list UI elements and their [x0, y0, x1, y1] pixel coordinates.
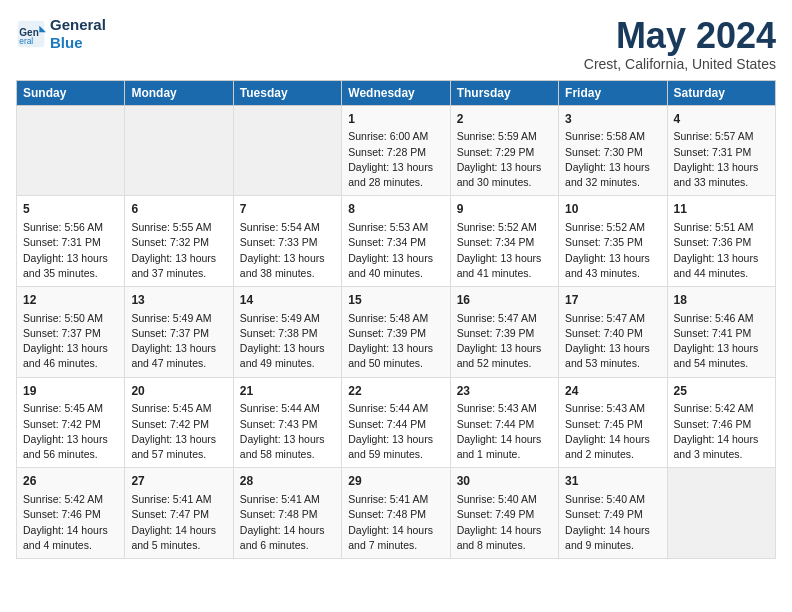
col-header-thursday: Thursday — [450, 80, 558, 105]
week-row-5: 26Sunrise: 5:42 AM Sunset: 7:46 PM Dayli… — [17, 468, 776, 559]
day-number: 11 — [674, 201, 769, 218]
day-info: Sunrise: 5:49 AM Sunset: 7:38 PM Dayligh… — [240, 311, 335, 372]
day-number: 24 — [565, 383, 660, 400]
day-number: 16 — [457, 292, 552, 309]
day-number: 9 — [457, 201, 552, 218]
day-info: Sunrise: 5:43 AM Sunset: 7:45 PM Dayligh… — [565, 401, 660, 462]
day-number: 7 — [240, 201, 335, 218]
day-info: Sunrise: 5:57 AM Sunset: 7:31 PM Dayligh… — [674, 129, 769, 190]
day-info: Sunrise: 5:40 AM Sunset: 7:49 PM Dayligh… — [565, 492, 660, 553]
day-number: 3 — [565, 111, 660, 128]
day-cell: 24Sunrise: 5:43 AM Sunset: 7:45 PM Dayli… — [559, 377, 667, 468]
day-number: 15 — [348, 292, 443, 309]
day-cell: 20Sunrise: 5:45 AM Sunset: 7:42 PM Dayli… — [125, 377, 233, 468]
day-cell: 19Sunrise: 5:45 AM Sunset: 7:42 PM Dayli… — [17, 377, 125, 468]
day-info: Sunrise: 5:41 AM Sunset: 7:48 PM Dayligh… — [348, 492, 443, 553]
day-info: Sunrise: 5:48 AM Sunset: 7:39 PM Dayligh… — [348, 311, 443, 372]
day-number: 6 — [131, 201, 226, 218]
day-number: 17 — [565, 292, 660, 309]
day-number: 29 — [348, 473, 443, 490]
day-info: Sunrise: 5:47 AM Sunset: 7:40 PM Dayligh… — [565, 311, 660, 372]
day-cell: 26Sunrise: 5:42 AM Sunset: 7:46 PM Dayli… — [17, 468, 125, 559]
day-cell: 4Sunrise: 5:57 AM Sunset: 7:31 PM Daylig… — [667, 105, 775, 196]
day-number: 21 — [240, 383, 335, 400]
logo: Gen eral General Blue — [16, 16, 106, 52]
day-cell: 13Sunrise: 5:49 AM Sunset: 7:37 PM Dayli… — [125, 286, 233, 377]
logo-icon: Gen eral — [16, 19, 46, 49]
day-info: Sunrise: 5:50 AM Sunset: 7:37 PM Dayligh… — [23, 311, 118, 372]
day-number: 26 — [23, 473, 118, 490]
day-info: Sunrise: 5:41 AM Sunset: 7:48 PM Dayligh… — [240, 492, 335, 553]
col-header-friday: Friday — [559, 80, 667, 105]
day-info: Sunrise: 5:45 AM Sunset: 7:42 PM Dayligh… — [23, 401, 118, 462]
svg-text:eral: eral — [19, 36, 33, 46]
day-number: 18 — [674, 292, 769, 309]
week-row-2: 5Sunrise: 5:56 AM Sunset: 7:31 PM Daylig… — [17, 196, 776, 287]
day-number: 5 — [23, 201, 118, 218]
day-cell: 18Sunrise: 5:46 AM Sunset: 7:41 PM Dayli… — [667, 286, 775, 377]
day-cell — [233, 105, 341, 196]
day-info: Sunrise: 5:42 AM Sunset: 7:46 PM Dayligh… — [23, 492, 118, 553]
day-number: 23 — [457, 383, 552, 400]
day-info: Sunrise: 5:44 AM Sunset: 7:43 PM Dayligh… — [240, 401, 335, 462]
day-cell: 28Sunrise: 5:41 AM Sunset: 7:48 PM Dayli… — [233, 468, 341, 559]
day-number: 1 — [348, 111, 443, 128]
day-number: 4 — [674, 111, 769, 128]
week-row-3: 12Sunrise: 5:50 AM Sunset: 7:37 PM Dayli… — [17, 286, 776, 377]
day-cell: 8Sunrise: 5:53 AM Sunset: 7:34 PM Daylig… — [342, 196, 450, 287]
day-cell: 3Sunrise: 5:58 AM Sunset: 7:30 PM Daylig… — [559, 105, 667, 196]
day-number: 31 — [565, 473, 660, 490]
day-number: 22 — [348, 383, 443, 400]
day-cell: 16Sunrise: 5:47 AM Sunset: 7:39 PM Dayli… — [450, 286, 558, 377]
day-info: Sunrise: 5:43 AM Sunset: 7:44 PM Dayligh… — [457, 401, 552, 462]
day-number: 27 — [131, 473, 226, 490]
col-header-saturday: Saturday — [667, 80, 775, 105]
calendar-title: May 2024 — [584, 16, 776, 56]
day-cell — [17, 105, 125, 196]
calendar-header-row: SundayMondayTuesdayWednesdayThursdayFrid… — [17, 80, 776, 105]
day-cell: 6Sunrise: 5:55 AM Sunset: 7:32 PM Daylig… — [125, 196, 233, 287]
col-header-sunday: Sunday — [17, 80, 125, 105]
day-cell: 22Sunrise: 5:44 AM Sunset: 7:44 PM Dayli… — [342, 377, 450, 468]
day-number: 14 — [240, 292, 335, 309]
day-info: Sunrise: 5:52 AM Sunset: 7:35 PM Dayligh… — [565, 220, 660, 281]
day-info: Sunrise: 5:47 AM Sunset: 7:39 PM Dayligh… — [457, 311, 552, 372]
logo-text-line2: Blue — [50, 34, 106, 52]
day-number: 28 — [240, 473, 335, 490]
day-cell: 29Sunrise: 5:41 AM Sunset: 7:48 PM Dayli… — [342, 468, 450, 559]
day-info: Sunrise: 6:00 AM Sunset: 7:28 PM Dayligh… — [348, 129, 443, 190]
day-cell: 30Sunrise: 5:40 AM Sunset: 7:49 PM Dayli… — [450, 468, 558, 559]
day-info: Sunrise: 5:54 AM Sunset: 7:33 PM Dayligh… — [240, 220, 335, 281]
day-info: Sunrise: 5:51 AM Sunset: 7:36 PM Dayligh… — [674, 220, 769, 281]
week-row-4: 19Sunrise: 5:45 AM Sunset: 7:42 PM Dayli… — [17, 377, 776, 468]
day-info: Sunrise: 5:40 AM Sunset: 7:49 PM Dayligh… — [457, 492, 552, 553]
day-number: 12 — [23, 292, 118, 309]
day-cell: 11Sunrise: 5:51 AM Sunset: 7:36 PM Dayli… — [667, 196, 775, 287]
day-info: Sunrise: 5:44 AM Sunset: 7:44 PM Dayligh… — [348, 401, 443, 462]
day-cell — [125, 105, 233, 196]
day-info: Sunrise: 5:41 AM Sunset: 7:47 PM Dayligh… — [131, 492, 226, 553]
day-info: Sunrise: 5:53 AM Sunset: 7:34 PM Dayligh… — [348, 220, 443, 281]
day-number: 8 — [348, 201, 443, 218]
day-info: Sunrise: 5:59 AM Sunset: 7:29 PM Dayligh… — [457, 129, 552, 190]
day-cell: 10Sunrise: 5:52 AM Sunset: 7:35 PM Dayli… — [559, 196, 667, 287]
day-info: Sunrise: 5:45 AM Sunset: 7:42 PM Dayligh… — [131, 401, 226, 462]
header: Gen eral General Blue May 2024 Crest, Ca… — [16, 16, 776, 72]
day-cell: 25Sunrise: 5:42 AM Sunset: 7:46 PM Dayli… — [667, 377, 775, 468]
day-cell: 5Sunrise: 5:56 AM Sunset: 7:31 PM Daylig… — [17, 196, 125, 287]
calendar-table: SundayMondayTuesdayWednesdayThursdayFrid… — [16, 80, 776, 559]
day-info: Sunrise: 5:55 AM Sunset: 7:32 PM Dayligh… — [131, 220, 226, 281]
location-subtitle: Crest, California, United States — [584, 56, 776, 72]
day-number: 25 — [674, 383, 769, 400]
day-info: Sunrise: 5:56 AM Sunset: 7:31 PM Dayligh… — [23, 220, 118, 281]
title-block: May 2024 Crest, California, United State… — [584, 16, 776, 72]
day-number: 19 — [23, 383, 118, 400]
day-cell: 9Sunrise: 5:52 AM Sunset: 7:34 PM Daylig… — [450, 196, 558, 287]
day-info: Sunrise: 5:42 AM Sunset: 7:46 PM Dayligh… — [674, 401, 769, 462]
day-cell: 15Sunrise: 5:48 AM Sunset: 7:39 PM Dayli… — [342, 286, 450, 377]
day-number: 20 — [131, 383, 226, 400]
day-cell: 1Sunrise: 6:00 AM Sunset: 7:28 PM Daylig… — [342, 105, 450, 196]
day-cell: 7Sunrise: 5:54 AM Sunset: 7:33 PM Daylig… — [233, 196, 341, 287]
day-info: Sunrise: 5:49 AM Sunset: 7:37 PM Dayligh… — [131, 311, 226, 372]
day-cell: 21Sunrise: 5:44 AM Sunset: 7:43 PM Dayli… — [233, 377, 341, 468]
